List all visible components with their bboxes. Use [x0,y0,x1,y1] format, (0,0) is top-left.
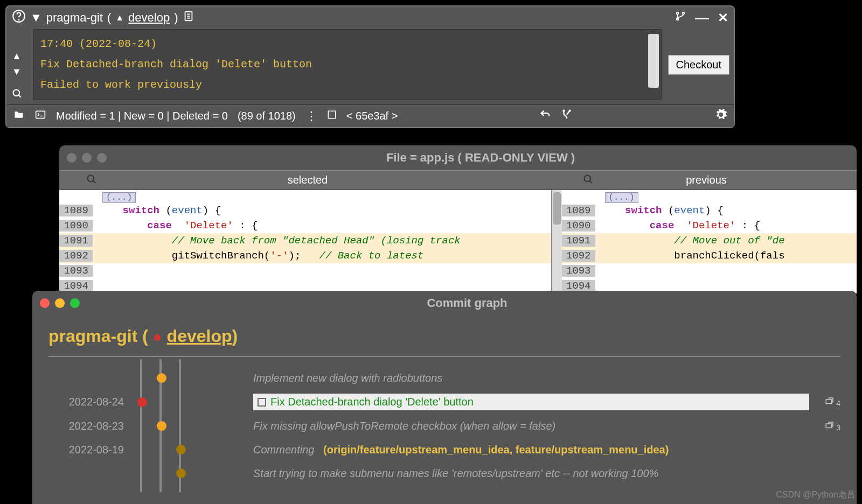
graph-title: Commit graph [85,296,849,310]
code-fold[interactable]: (...) [605,192,638,203]
graph-row[interactable]: Start trying to make submenu names like … [48,465,840,481]
branch-name[interactable]: develop [128,11,170,25]
status-hash: < 65e3af > [346,110,398,122]
graph-row[interactable]: 2022-08-23Fix missing allowPushToRemote … [48,418,840,434]
code-line: 1091 // Move out of "de [562,233,857,248]
search-icon[interactable] [12,88,23,102]
notes-icon[interactable] [183,10,194,25]
watermark: CSDN @Python老吕 [776,489,856,501]
commit-msg: Fix missing allowPushToRemote checkbox (… [253,420,809,432]
traffic-min-icon[interactable] [55,298,65,308]
code-line: 1091 // Move back from "detached Head" (… [59,233,551,248]
graph-row[interactable]: 2022-08-19Commenting (origin/feature/ups… [48,442,840,458]
svg-point-6 [677,12,679,15]
commit-time: 17:40 (2022-08-24) [40,34,655,54]
diff-pane-right: (...) 1089 switch (event) {1090 case 'De… [562,190,857,293]
checkout-button[interactable]: Checkout [668,55,730,75]
graph-window: Commit graph pragma-git ( ● develop) Imp… [32,291,857,504]
terminal-icon[interactable] [34,109,46,123]
title-bar: ▼ pragma-git ( ▲ develop ) — ✕ [6,6,734,29]
divider [48,356,840,357]
code-line: 1092 gitSwitchBranch('-'); // Back to la… [59,248,551,263]
branch-icon[interactable] [675,10,686,25]
gear-icon[interactable] [714,108,727,124]
more-icon[interactable]: ⋮ [305,109,317,123]
graph-title-bar: Commit graph [32,291,857,316]
commit-msg: Implement new dialog with radiobuttons [253,372,840,384]
graph-heading: pragma-git ( ● develop) [48,326,840,346]
branch-indicator-icon: ▲ [115,13,124,23]
graph-row[interactable]: 2022-08-24Fix Detached-branch dialog 'De… [48,394,840,410]
dropdown-icon[interactable]: ▼ [30,11,42,25]
code-line: 1093 [562,263,857,278]
code-line: 1089 switch (event) { [562,203,857,218]
search-icon[interactable] [86,174,97,187]
diff-title: File = app.js ( READ-ONLY VIEW ) [112,151,849,165]
code-line: 1089 switch (event) { [59,203,551,218]
code-line: 1090 case 'Delete' : { [562,218,857,233]
svg-line-10 [19,95,21,97]
svg-point-7 [683,12,685,15]
svg-point-17 [585,176,591,182]
commit-title: Fix Detached-branch dialog 'Delete' butt… [40,54,655,75]
traffic-close-icon[interactable] [67,153,77,163]
svg-point-1 [18,19,19,20]
merge-icon[interactable] [561,109,573,123]
commit-date: 2022-08-19 [48,444,124,456]
nav-up-icon[interactable]: ▲ [12,51,23,62]
scrollbar[interactable] [648,34,659,88]
code-fold[interactable]: (...) [102,192,136,203]
svg-line-18 [590,181,592,183]
diff-pane-left: (...) 1089 switch (event) {1090 case 'De… [59,190,552,293]
diff-window: File = app.js ( READ-ONLY VIEW ) selecte… [59,145,857,293]
svg-point-15 [88,176,94,182]
minimize-icon[interactable]: — [695,10,709,26]
commit-msg: Start trying to make submenu names like … [253,467,840,480]
svg-point-9 [13,90,20,96]
search-icon[interactable] [583,174,594,187]
nav-down-icon[interactable]: ▼ [12,66,23,78]
svg-point-14 [569,110,571,111]
commit-msg-selected[interactable]: Fix Detached-branch dialog 'Delete' butt… [253,394,809,410]
svg-rect-12 [328,111,336,118]
status-modified: Modified = 1 | New = 0 | Deleted = 0 [56,110,228,122]
svg-line-16 [93,181,95,183]
scrollbar[interactable] [552,190,562,293]
status-bar: Modified = 1 | New = 0 | Deleted = 0 (89… [6,104,734,127]
close-icon[interactable]: ✕ [718,10,728,25]
repo-name: pragma-git [46,11,103,25]
code-line: 1092 branchClicked(fals [562,248,857,263]
traffic-max-icon[interactable] [70,298,80,308]
undo-icon[interactable] [539,109,551,123]
main-window: ▼ pragma-git ( ▲ develop ) — ✕ ▲ ▼ 17:40… [5,5,735,128]
stash-icon[interactable]: 4 [824,396,840,408]
commit-date: 2022-08-24 [48,396,124,408]
stash-icon[interactable]: 3 [824,421,840,432]
code-line: 1090 case 'Delete' : { [59,218,551,233]
svg-rect-11 [36,111,45,118]
traffic-close-icon[interactable] [40,298,50,308]
help-icon[interactable] [12,9,26,26]
traffic-max-icon[interactable] [97,153,107,163]
svg-rect-19 [826,400,832,404]
checkbox-icon[interactable] [327,110,337,122]
commit-date: 2022-08-23 [48,420,124,432]
svg-point-13 [564,110,565,111]
diff-header-previous: previous [556,171,857,190]
commit-msg: Commenting (origin/feature/upstream_menu… [253,444,840,456]
diff-title-bar: File = app.js ( READ-ONLY VIEW ) [59,145,857,170]
folder-icon[interactable] [13,109,25,123]
traffic-min-icon[interactable] [82,153,92,163]
commit-body: Failed to work previously [40,75,655,95]
branch-status-icon: ● [153,328,162,345]
checkbox-icon[interactable] [258,398,266,407]
diff-header-selected: selected [59,171,556,190]
graph-row[interactable]: Implement new dialog with radiobuttons [48,370,840,386]
code-line: 1093 [59,263,551,278]
svg-rect-20 [826,424,832,428]
status-count: (89 of 1018) [238,110,296,122]
commit-message-box: 17:40 (2022-08-24) Fix Detached-branch d… [33,29,662,100]
